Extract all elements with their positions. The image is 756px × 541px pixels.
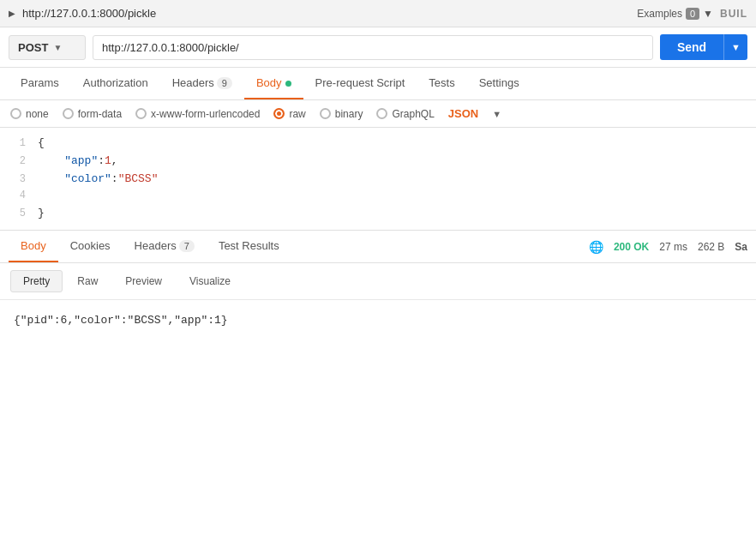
json-arrow-icon[interactable]: ▼ — [492, 109, 501, 119]
response-time: 27 ms — [659, 241, 687, 253]
radio-urlencoded-label: x-www-form-urlencoded — [151, 108, 260, 120]
code-line-3: 3 "color":"BCSS" — [0, 171, 756, 189]
request-row: POST ▼ Send ▼ — [0, 27, 756, 68]
radio-urlencoded[interactable]: x-www-form-urlencoded — [135, 108, 260, 120]
tab-settings[interactable]: Settings — [467, 68, 531, 99]
radio-form-data[interactable]: form-data — [63, 108, 122, 120]
response-status: 200 OK — [614, 241, 649, 253]
format-preview-button[interactable]: Preview — [112, 270, 175, 292]
response-tab-body[interactable]: Body — [9, 231, 58, 262]
body-active-dot — [285, 81, 291, 87]
radio-none-circle — [10, 108, 21, 119]
examples-button[interactable]: Examples 0 ▼ — [637, 8, 713, 20]
response-body: {"pid":6,"color":"BCSS","app":1} — [0, 300, 756, 340]
line-num-5: 5 — [3, 206, 38, 222]
send-dropdown-button[interactable]: ▼ — [723, 34, 747, 60]
collapse-arrow-icon[interactable]: ▶ — [9, 9, 15, 18]
build-label: BUIL — [720, 8, 747, 20]
radio-binary-circle — [320, 108, 331, 119]
code-line-2: 2 "app":1, — [0, 153, 756, 171]
radio-none[interactable]: none — [10, 108, 49, 120]
code-line-1: 1 { — [0, 135, 756, 153]
radio-none-label: none — [26, 108, 49, 120]
response-size: 262 B — [698, 241, 724, 253]
request-tab-nav: Params Authorization Headers9 Body Pre-r… — [0, 68, 756, 100]
examples-badge: 0 — [686, 8, 699, 20]
response-tab-headers[interactable]: Headers7 — [123, 231, 207, 262]
radio-graphql-circle — [376, 108, 387, 119]
radio-raw-label: raw — [289, 108, 305, 120]
json-type-label[interactable]: JSON — [448, 107, 478, 120]
body-options-row: none form-data x-www-form-urlencoded raw… — [0, 100, 756, 128]
method-select[interactable]: POST ▼ — [9, 35, 86, 60]
response-meta: 🌐 200 OK 27 ms 262 B Sa — [589, 240, 747, 254]
format-raw-button[interactable]: Raw — [64, 270, 111, 292]
headers-badge: 9 — [217, 77, 232, 89]
response-tab-cookies[interactable]: Cookies — [58, 231, 123, 262]
radio-graphql[interactable]: GraphQL — [376, 108, 434, 120]
line-num-3: 3 — [3, 171, 38, 188]
radio-form-data-label: form-data — [78, 108, 122, 120]
code-line-5: 5 } — [0, 205, 756, 223]
radio-graphql-label: GraphQL — [392, 108, 434, 120]
endpoint-label: http://127.0.0.1:8000/pickle — [22, 7, 630, 20]
tab-prerequest[interactable]: Pre-request Script — [303, 68, 417, 99]
code-line-4: 4 — [0, 188, 756, 204]
url-bar-row: ▶ http://127.0.0.1:8000/pickle Examples … — [9, 7, 747, 20]
globe-icon: 🌐 — [589, 240, 603, 254]
response-headers-badge: 7 — [179, 240, 195, 252]
tab-body[interactable]: Body — [244, 68, 303, 99]
format-visualize-button[interactable]: Visualize — [177, 270, 243, 292]
response-tab-test-results[interactable]: Test Results — [207, 231, 291, 262]
code-editor[interactable]: 1 { 2 "app":1, 3 "color":"BCSS" 4 5 } — [0, 128, 756, 231]
send-button[interactable]: Send — [660, 34, 723, 60]
radio-form-data-circle — [63, 108, 74, 119]
method-arrow-icon: ▼ — [53, 43, 62, 52]
radio-raw[interactable]: raw — [273, 108, 305, 120]
line-num-1: 1 — [3, 135, 38, 152]
examples-arrow-icon: ▼ — [703, 8, 713, 20]
url-bar-section: ▶ http://127.0.0.1:8000/pickle Examples … — [0, 0, 756, 27]
send-btn-group: Send ▼ — [660, 34, 747, 60]
tab-authorization[interactable]: Authorization — [71, 68, 160, 99]
examples-label: Examples — [637, 8, 682, 20]
tab-headers[interactable]: Headers9 — [160, 68, 244, 99]
radio-binary[interactable]: binary — [320, 108, 363, 120]
method-value: POST — [18, 41, 48, 54]
response-body-text: {"pid":6,"color":"BCSS","app":1} — [14, 314, 228, 327]
tab-tests[interactable]: Tests — [417, 68, 466, 99]
line-num-4: 4 — [3, 188, 38, 204]
tab-params[interactable]: Params — [9, 68, 71, 99]
line-num-2: 2 — [3, 153, 38, 170]
radio-raw-circle — [273, 108, 285, 119]
format-pretty-button[interactable]: Pretty — [10, 270, 63, 292]
radio-binary-label: binary — [335, 108, 363, 120]
save-response-label[interactable]: Sa — [735, 241, 747, 253]
url-input[interactable] — [93, 35, 653, 60]
radio-urlencoded-circle — [135, 108, 147, 119]
response-format-row: Pretty Raw Preview Visualize — [0, 263, 756, 300]
response-tab-nav: Body Cookies Headers7 Test Results 🌐 200… — [0, 231, 756, 263]
